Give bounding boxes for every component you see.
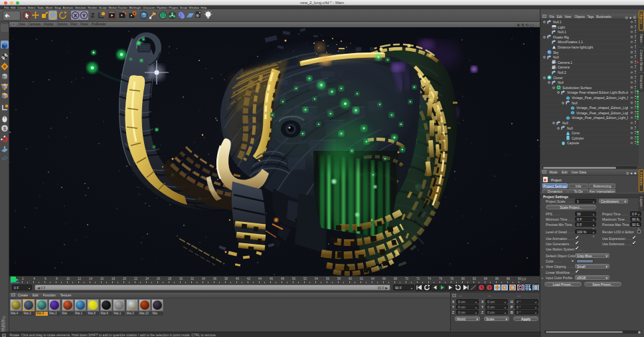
svg-text:Z: Z [91,12,94,19]
svg-text:S: S [3,126,7,131]
svg-text:Y: Y [82,13,86,19]
svg-text:?: ? [488,286,491,290]
svg-text:X: X [74,13,77,19]
